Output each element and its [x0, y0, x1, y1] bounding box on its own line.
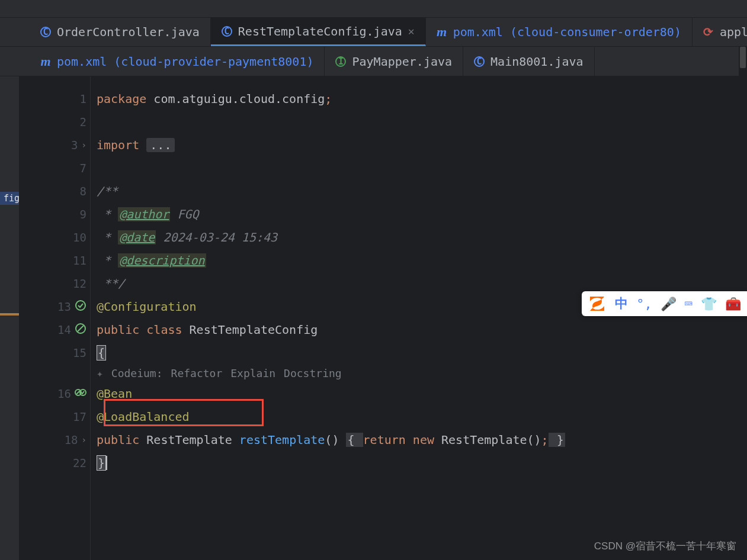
line-number: 16 [47, 387, 71, 400]
mic-icon[interactable]: 🎤 [661, 297, 677, 311]
keyboard-icon[interactable]: ⌨ [685, 297, 693, 311]
inspect-icon[interactable] [75, 323, 86, 337]
inspect-ok-icon[interactable] [75, 300, 86, 314]
hint-docstring[interactable]: Docstring [284, 367, 342, 379]
codeium-label: Codeium: [111, 367, 163, 379]
doc-tag-description: @description [118, 253, 206, 268]
sogou-icon[interactable] [588, 294, 607, 313]
method-name: restTemplate [239, 433, 325, 447]
scrollbar[interactable] [739, 47, 747, 473]
line-number: 9 [63, 208, 86, 221]
tab-pay-mapper[interactable]: I PayMapper.java [325, 47, 463, 76]
editor: fig 1 2 3› 7 8 9 10 11 12 13 14 15 16 17… [0, 76, 747, 560]
tab-label: Main8001.java [490, 54, 584, 69]
java-class-icon: C [474, 56, 485, 67]
java-interface-icon: I [335, 56, 346, 67]
gutter: 1 2 3› 7 8 9 10 11 12 13 14 15 16 17 18›… [19, 76, 90, 560]
punct: ; [541, 433, 549, 447]
toolbar [0, 0, 747, 18]
comment: * [97, 207, 118, 221]
tab-label: application.ym [720, 25, 747, 39]
brace: } [97, 455, 106, 471]
return-type: RestTemplate [146, 433, 239, 447]
fold-icon[interactable]: › [82, 435, 86, 445]
line-number: 8 [63, 185, 86, 198]
keyword: import [97, 138, 146, 152]
maven-icon: m [437, 27, 447, 37]
tab-bar-row1: C OrderController.java C RestTemplateCon… [0, 18, 747, 47]
caret [106, 456, 107, 470]
keyword: public [97, 433, 146, 447]
maven-icon: m [40, 56, 51, 67]
keyword: package [97, 92, 146, 106]
java-class-icon: C [222, 26, 232, 37]
tab-label: PayMapper.java [352, 54, 452, 69]
hint-refactor[interactable]: Refactor [171, 367, 223, 379]
punct: () [325, 433, 346, 447]
change-marker [0, 313, 19, 316]
keyword: return [363, 433, 413, 447]
line-number: 11 [63, 254, 86, 267]
line-number: 12 [63, 277, 86, 290]
tab-pom-consumer[interactable]: m pom.xml (cloud-consumer-order80) [426, 18, 693, 46]
class-name: RestTemplateConfig [190, 323, 318, 337]
tab-label: pom.xml (cloud-provider-payment8001) [57, 54, 313, 69]
tab-label: RestTemplateConfig.java [238, 24, 402, 38]
comment: **/ [97, 276, 125, 291]
java-class-icon: C [40, 27, 51, 37]
keyword: class [146, 323, 189, 337]
hint-explain[interactable]: Explain [230, 367, 275, 379]
annotation-loadbalanced: @LoadBalanced [97, 410, 190, 424]
line-number: 14 [47, 323, 71, 336]
tab-application-yml[interactable]: ⟳ application.ym [693, 18, 747, 46]
author-value: FGQ [170, 207, 198, 221]
date-value: 2024-03-24 15:43 [156, 230, 277, 244]
doc-tag-date: @date [118, 230, 156, 244]
scrollbar-thumb[interactable] [740, 47, 746, 68]
skin-icon[interactable]: 👕 [701, 297, 717, 311]
tab-pom-provider[interactable]: m pom.xml (cloud-provider-payment8001) [30, 47, 325, 76]
toolbox-icon[interactable]: 🧰 [725, 297, 741, 311]
ime-punct[interactable]: °, [636, 297, 652, 311]
brace: } [549, 433, 565, 447]
line-number: 17 [63, 410, 86, 423]
keyword: public [97, 323, 146, 337]
annotation-bean: @Bean [97, 387, 132, 401]
brace: { [97, 345, 106, 361]
doc-tag-author: @author [118, 207, 170, 221]
svg-point-0 [76, 301, 85, 310]
close-icon[interactable]: ✕ [408, 25, 415, 37]
tab-label: pom.xml (cloud-consumer-order80) [453, 25, 681, 39]
yaml-icon: ⟳ [703, 27, 714, 37]
ime-toolbar[interactable]: 中 °, 🎤 ⌨ 👕 🧰 [582, 291, 747, 316]
tab-main-8001[interactable]: C Main8001.java [463, 47, 595, 76]
folded-imports[interactable]: ... [146, 138, 175, 152]
fold-icon[interactable]: › [82, 140, 86, 150]
line-number: 7 [63, 162, 86, 175]
punct: ; [325, 92, 332, 106]
ime-lang[interactable]: 中 [615, 295, 628, 313]
codeium-hints: ✦Codeium:RefactorExplainDocstring [91, 364, 747, 382]
inspect-icon[interactable] [75, 387, 86, 401]
line-number: 18 [54, 433, 78, 446]
tab-order-controller[interactable]: C OrderController.java [30, 18, 211, 46]
watermark: CSDN @宿昔不梳一苦十年寒窗 [594, 539, 736, 553]
line-number: 13 [47, 300, 71, 313]
package-name: com.atguigu.cloud.config [146, 92, 325, 106]
line-number: 22 [63, 456, 86, 469]
comment: * [97, 253, 118, 268]
code-area[interactable]: package com.atguigu.cloud.config; import… [90, 76, 747, 560]
line-number: 10 [63, 231, 86, 244]
tab-rest-template-config[interactable]: C RestTemplateConfig.java ✕ [211, 18, 426, 46]
tab-bar-row2: m pom.xml (cloud-provider-payment8001) I… [0, 47, 747, 76]
left-sidebar: fig [0, 76, 19, 560]
sparkle-icon: ✦ [97, 367, 103, 379]
annotation-configuration: @Configuration [97, 300, 197, 314]
comment: /** [97, 184, 118, 198]
brace: { [346, 433, 363, 447]
keyword: new [413, 433, 441, 447]
comment: * [97, 230, 118, 244]
line-number: 15 [63, 346, 86, 359]
line-number: 1 [63, 92, 86, 105]
tab-label: OrderController.java [57, 25, 200, 39]
